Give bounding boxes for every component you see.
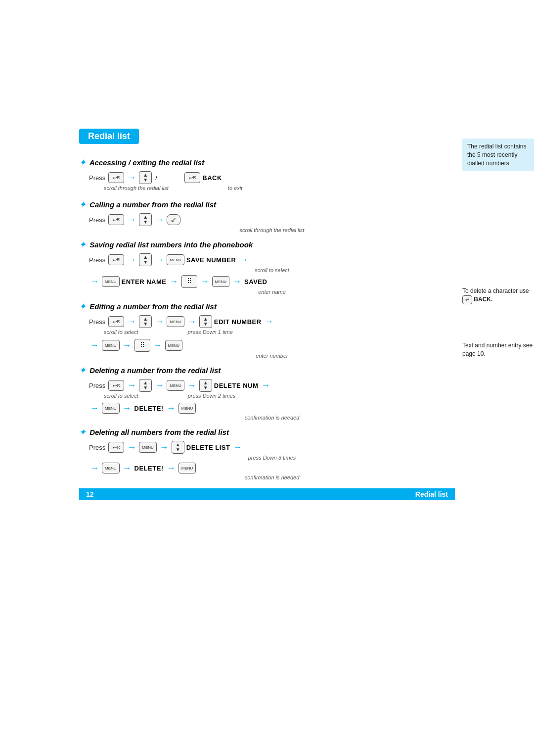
scroll-label-2: scroll through the redial list xyxy=(89,227,455,233)
menu-button-3[interactable]: MENU xyxy=(212,276,230,287)
nav-button-6[interactable]: ▲▼ xyxy=(139,379,152,392)
press-label-2: Press xyxy=(89,216,105,224)
section-deleting-num-header: ✦ Deleting a number from the redial list xyxy=(79,366,455,375)
section-saving-title: Saving redial list numbers into the phon… xyxy=(89,240,253,249)
arrow-4: → xyxy=(127,255,136,265)
arrow-8: → xyxy=(170,277,178,287)
menu-button-8[interactable]: MENU xyxy=(102,403,120,414)
section-calling: ✦ Calling a number from the redial list … xyxy=(79,200,455,233)
back-button-note: ↩ xyxy=(462,295,472,304)
calling-row: Press ↩R → ▲▼ → ↙ xyxy=(89,213,455,226)
nav-button-3[interactable]: ▲▼ xyxy=(139,253,152,266)
arrow-21: → xyxy=(261,380,270,391)
section-deleting-all-title: Deleting all numbers from the redial lis… xyxy=(89,428,229,436)
press-label-1: Press xyxy=(89,174,105,182)
arrow-15: → xyxy=(90,340,99,351)
arrow-14: → xyxy=(265,317,273,327)
scroll-label-1: scroll through the redial list xyxy=(104,185,169,191)
nav-button-4[interactable]: ▲▼ xyxy=(139,315,152,328)
redial-button-3[interactable]: ↩R xyxy=(108,254,124,265)
keypad-dots-2: ⠿ xyxy=(140,341,145,349)
section-deleting-num-title: Deleting a number from the redial list xyxy=(89,366,221,375)
arrow-20: → xyxy=(187,380,196,391)
accessing-row: Press ↩R → ▲▼ / ↩R BACK xyxy=(89,171,455,184)
footer-title: Redial list xyxy=(415,490,448,498)
keypad-button-2[interactable]: ⠿ xyxy=(134,339,150,352)
press-down-2: press Down 2 times xyxy=(188,393,236,399)
redial-button-6[interactable]: ↩R xyxy=(108,442,124,453)
nav-arrows-6: ▲▼ xyxy=(143,380,148,390)
menu-button-11[interactable]: MENU xyxy=(102,463,120,473)
press-label-5: Press xyxy=(89,382,105,389)
nav-button-5[interactable]: ▲▼ xyxy=(199,315,212,328)
saving-row-1: Press ↩R → ▲▼ → MENU SAVE NUMBER → xyxy=(89,253,455,266)
arrow-12: → xyxy=(155,317,164,327)
scroll-to-select-1: scroll to select xyxy=(89,267,455,273)
menu-button-1[interactable]: MENU xyxy=(167,254,184,265)
saved-label: SAVED xyxy=(244,278,267,285)
keypad-dots-1: ⠿ xyxy=(187,278,192,285)
menu-button-2[interactable]: MENU xyxy=(102,276,120,287)
nav-button-1[interactable]: ▲▼ xyxy=(139,171,152,184)
editing-row-2: → MENU → ⠿ → MENU xyxy=(89,339,455,352)
press-down-1: press Down 1 time xyxy=(188,329,233,335)
saving-row-2: → MENU ENTER NAME → ⠿ → MENU → SAVED xyxy=(89,275,455,288)
side-note-text: The redial list contains the 5 most rece… xyxy=(467,143,526,167)
nav-button-7[interactable]: ▲▼ xyxy=(199,379,212,392)
arrow-9: → xyxy=(200,277,209,287)
redial-button-4[interactable]: ↩R xyxy=(108,316,124,327)
side-note2-line1: To delete a character use xyxy=(462,287,529,294)
redial-button-1[interactable]: ↩R xyxy=(108,172,124,183)
nav-button-8[interactable]: ▲▼ xyxy=(172,441,184,454)
side-note3-text: Text and number entry see page 10. xyxy=(462,342,533,357)
editing-row-1: Press ↩R → ▲▼ → MENU → ▲▼ EDIT NUMBER → xyxy=(89,315,455,328)
section-editing-header: ✦ Editing a number from the redial list xyxy=(79,302,455,311)
diamond-icon: ✦ xyxy=(79,158,86,167)
menu-button-10[interactable]: MENU xyxy=(139,442,157,453)
nav-button-2[interactable]: ▲▼ xyxy=(139,213,152,226)
side-note-text-entry: Text and number entry see page 10. xyxy=(462,341,534,358)
keypad-button-1[interactable]: ⠿ xyxy=(181,275,197,288)
footer-page-number: 12 xyxy=(86,490,94,498)
delete-list-label: DELETE LIST xyxy=(186,444,230,451)
deleting-all-row-1: Press ↩R → MENU → ▲▼ DELETE LIST → xyxy=(89,441,455,454)
menu-button-7[interactable]: MENU xyxy=(167,380,184,391)
menu-button-9[interactable]: MENU xyxy=(178,403,196,414)
arrow-16: → xyxy=(123,340,132,351)
arrow-23: → xyxy=(123,403,132,414)
menu-button-12[interactable]: MENU xyxy=(178,463,196,473)
save-number-label: SAVE NUMBER xyxy=(186,256,236,264)
section-calling-title: Calling a number from the redial list xyxy=(89,200,216,209)
confirm-needed-2: confirmation is needed xyxy=(89,474,455,480)
back-label-1: BACK xyxy=(202,174,222,182)
section-editing: ✦ Editing a number from the redial list … xyxy=(79,302,455,359)
back-icon-note: ↩ xyxy=(465,296,469,303)
arrow-11: → xyxy=(127,317,136,327)
page-title: Redial list xyxy=(79,129,139,144)
section-deleting-all: ✦ Deleting all numbers from the redial l… xyxy=(79,427,455,480)
redial-button-back-1[interactable]: ↩R xyxy=(184,172,200,183)
redial-button-5[interactable]: ↩R xyxy=(108,380,124,391)
press-label-3: Press xyxy=(89,256,105,264)
redial-button-2[interactable]: ↩R xyxy=(108,214,124,225)
nav-arrows-5: ▲▼ xyxy=(203,317,208,327)
nav-arrows-3: ▲▼ xyxy=(143,255,148,265)
menu-button-5[interactable]: MENU xyxy=(102,340,120,351)
press-down-3: press Down 3 times xyxy=(89,455,455,461)
section-deleting-num: ✦ Deleting a number from the redial list… xyxy=(79,366,455,421)
section-editing-title: Editing a number from the redial list xyxy=(89,302,217,311)
section-accessing: ✦ Accessing / exiting the redial list Pr… xyxy=(79,158,455,193)
enter-name-sub: enter name xyxy=(89,289,455,295)
arrow-27: → xyxy=(233,442,242,453)
arrow-6: → xyxy=(239,255,248,265)
deleting-num-row-2: → MENU → DELETE! → MENU xyxy=(89,403,455,414)
call-button-1[interactable]: ↙ xyxy=(167,214,180,225)
section-saving-header: ✦ Saving redial list numbers into the ph… xyxy=(79,240,455,249)
nav-arrows-2: ▲▼ xyxy=(143,215,148,225)
menu-button-4[interactable]: MENU xyxy=(167,316,184,327)
arrow-1: → xyxy=(127,173,136,183)
confirm-needed-1: confirmation is needed xyxy=(89,415,455,421)
menu-button-6[interactable]: MENU xyxy=(165,340,183,351)
arrow-3: → xyxy=(155,215,164,225)
nav-arrows-4: ▲▼ xyxy=(143,317,148,327)
